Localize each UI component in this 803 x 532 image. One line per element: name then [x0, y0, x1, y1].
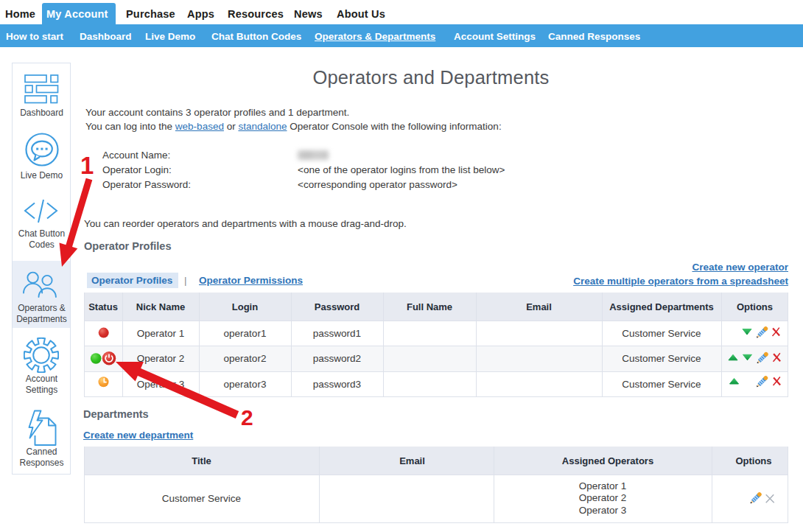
- svg-text:2: 2: [241, 405, 253, 430]
- svg-text:1: 1: [80, 152, 94, 179]
